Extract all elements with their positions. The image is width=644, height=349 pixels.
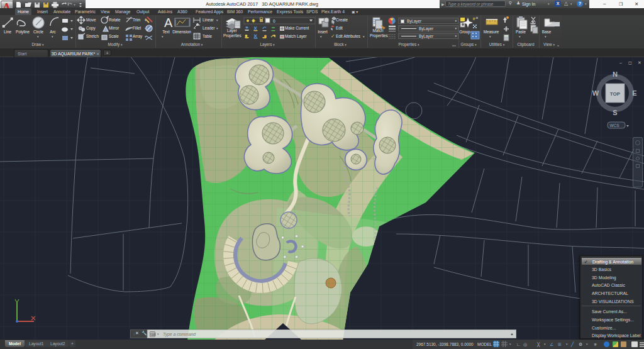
svg-text:E: E xyxy=(632,89,636,97)
svg-text:W: W xyxy=(592,89,599,97)
svg-text:N: N xyxy=(613,70,618,78)
svg-text:TOP: TOP xyxy=(610,91,621,97)
svg-text:✓: ✓ xyxy=(331,33,335,39)
svg-text:A: A xyxy=(164,16,173,30)
svg-text:S: S xyxy=(613,109,617,116)
svg-text:WCS: WCS xyxy=(609,123,619,128)
svg-text:0: 0 xyxy=(273,19,275,23)
